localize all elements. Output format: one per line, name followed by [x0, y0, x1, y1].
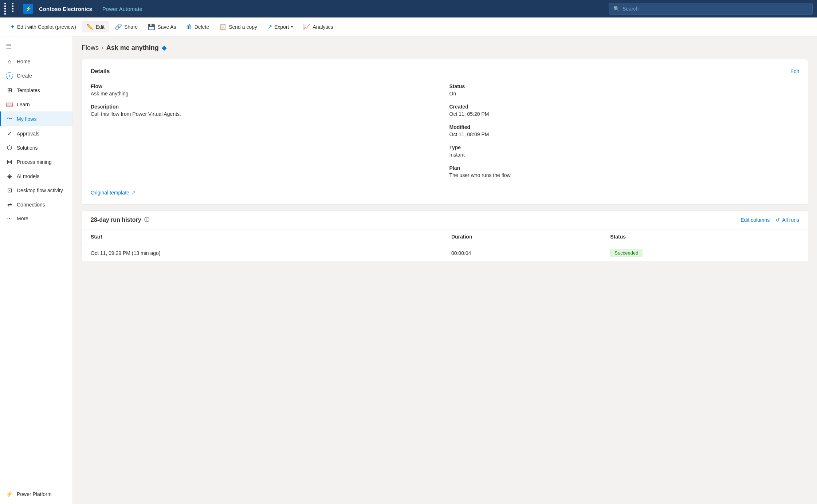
- share-button[interactable]: 🔗 Share: [110, 21, 142, 32]
- edit-icon: ✏️: [86, 23, 94, 30]
- all-runs-button[interactable]: ↺ All runs: [775, 217, 799, 223]
- send-copy-label: Send a copy: [229, 24, 257, 30]
- status-value: On: [449, 91, 800, 97]
- sidebar-item-connections[interactable]: ⇌ Connections: [0, 197, 72, 212]
- sidebar-item-more[interactable]: ··· More: [0, 212, 72, 225]
- run-history-card: 28-day run history ⓘ Edit columns ↺ All …: [82, 210, 808, 262]
- sidebar-item-approvals[interactable]: ✓ Approvals: [0, 126, 72, 141]
- send-copy-button[interactable]: 📋 Send a copy: [215, 21, 262, 32]
- sidebar-item-create[interactable]: + Create: [0, 68, 72, 83]
- copilot-icon: ✦: [10, 23, 15, 30]
- ai-models-icon: ◈: [6, 173, 13, 180]
- process-mining-icon: ⋈: [6, 158, 13, 165]
- top-bar: ⚡ Contoso Electronics Power Automate 🔍: [0, 0, 817, 17]
- breadcrumb-current: Ask me anything: [106, 44, 159, 52]
- power-platform-icon: ⚡: [6, 491, 13, 497]
- sidebar-bottom: ⚡ Power Platform: [0, 487, 72, 501]
- modified-field: Modified Oct 11, 08:09 PM: [449, 124, 800, 137]
- sidebar-power-platform-label: Power Platform: [17, 491, 52, 497]
- details-grid: Flow Ask me anything Description Call th…: [91, 83, 799, 178]
- sidebar-more-label: More: [17, 216, 28, 221]
- export-button[interactable]: ↗ Export ▾: [263, 21, 297, 32]
- edit-button[interactable]: ✏️ Edit: [82, 21, 109, 32]
- sidebar-solutions-label: Solutions: [17, 145, 38, 151]
- app-grid-icon[interactable]: [4, 3, 19, 15]
- sidebar-item-templates[interactable]: ⊞ Templates: [0, 83, 72, 97]
- templates-icon: ⊞: [6, 87, 13, 94]
- sidebar-home-label: Home: [17, 59, 30, 64]
- sidebar-item-learn[interactable]: 📖 Learn: [0, 97, 72, 111]
- company-name: Contoso Electronics: [39, 6, 92, 12]
- sidebar-item-ai-models[interactable]: ◈ AI models: [0, 169, 72, 183]
- command-bar: ✦ Edit with Copilot (preview) ✏️ Edit 🔗 …: [0, 17, 817, 36]
- breadcrumb-flows[interactable]: Flows: [82, 44, 99, 52]
- app-name: Power Automate: [102, 6, 142, 12]
- sidebar-learn-label: Learn: [17, 102, 30, 107]
- info-icon[interactable]: ⓘ: [144, 217, 149, 223]
- description-field: Description Call this flow from Power Vi…: [91, 104, 441, 117]
- sidebar-my-flows-label: My flows: [17, 116, 36, 122]
- sidebar-item-my-flows[interactable]: 〜 My flows: [0, 111, 72, 126]
- sidebar-item-solutions[interactable]: ⬡ Solutions: [0, 141, 72, 155]
- hamburger-icon: ☰: [6, 43, 12, 50]
- run-table-body: Oct 11, 09:29 PM (13 min ago) 00:00:04 S…: [82, 244, 808, 262]
- modified-value: Oct 11, 08:09 PM: [449, 131, 800, 137]
- details-title: Details: [91, 68, 110, 75]
- sidebar-ai-models-label: AI models: [17, 173, 39, 179]
- sidebar-item-home[interactable]: ⌂ Home: [0, 55, 72, 68]
- main-layout: ☰ ⌂ Home + Create ⊞ Templates 📖 Learn 〜 …: [0, 36, 817, 504]
- status-field: Status On: [449, 83, 800, 97]
- delete-label: Delete: [195, 24, 209, 30]
- sidebar-item-process-mining[interactable]: ⋈ Process mining: [0, 155, 72, 169]
- run-history-table: Start Duration Status Oct 11, 09:29 PM (…: [82, 229, 808, 262]
- sidebar-toggle[interactable]: ☰: [0, 39, 72, 53]
- original-template-link[interactable]: Original template ↗: [91, 190, 799, 196]
- original-template-label: Original template: [91, 190, 129, 196]
- run-duration: 00:00:04: [443, 244, 601, 262]
- search-bar[interactable]: 🔍: [609, 3, 813, 15]
- sidebar-connections-label: Connections: [17, 202, 45, 208]
- share-label: Share: [124, 24, 138, 30]
- external-link-icon: ↗: [131, 190, 136, 196]
- sidebar-item-power-platform[interactable]: ⚡ Power Platform: [0, 487, 72, 501]
- plan-value: The user who runs the flow: [449, 172, 800, 178]
- approvals-icon: ✓: [6, 130, 13, 137]
- delete-icon: 🗑: [186, 24, 192, 30]
- save-as-button[interactable]: 💾 Save As: [144, 21, 180, 32]
- description-value: Call this flow from Power Virtual Agents…: [91, 111, 441, 117]
- created-field: Created Oct 11, 05:20 PM: [449, 104, 800, 117]
- details-header: Details Edit: [91, 68, 799, 75]
- edit-copilot-button[interactable]: ✦ Edit with Copilot (preview): [6, 21, 80, 32]
- details-edit-link[interactable]: Edit: [790, 68, 799, 74]
- modified-label: Modified: [449, 124, 800, 130]
- save-as-icon: 💾: [148, 23, 155, 30]
- type-field: Type Instant: [449, 145, 800, 158]
- all-runs-label: All runs: [782, 217, 799, 223]
- content-area: Flows › Ask me anything ◆ Details Edit F…: [73, 36, 817, 504]
- run-table-head: Start Duration Status: [82, 229, 808, 244]
- create-icon: +: [6, 72, 13, 79]
- sidebar-approvals-label: Approvals: [17, 131, 39, 137]
- more-icon: ···: [6, 215, 13, 222]
- desktop-flow-icon: ⊡: [6, 187, 13, 194]
- sidebar-process-mining-label: Process mining: [17, 159, 52, 165]
- flow-field: Flow Ask me anything: [91, 83, 441, 97]
- run-history-header: 28-day run history ⓘ Edit columns ↺ All …: [82, 211, 808, 229]
- type-value: Instant: [449, 152, 800, 158]
- created-label: Created: [449, 104, 800, 110]
- breadcrumb-separator: ›: [102, 45, 103, 51]
- table-row[interactable]: Oct 11, 09:29 PM (13 min ago) 00:00:04 S…: [82, 244, 808, 262]
- home-icon: ⌂: [6, 58, 13, 65]
- sidebar-item-desktop-flow[interactable]: ⊡ Desktop flow activity: [0, 183, 72, 197]
- plan-field: Plan The user who runs the flow: [449, 165, 800, 178]
- col-start: Start: [82, 229, 443, 244]
- run-history-title-text: 28-day run history: [91, 217, 141, 223]
- edit-columns-link[interactable]: Edit columns: [741, 217, 770, 223]
- my-flows-icon: 〜: [6, 115, 13, 123]
- status-badge: Succeeded: [610, 249, 643, 257]
- search-input[interactable]: [622, 6, 808, 12]
- analytics-button[interactable]: 📈 Analytics: [299, 21, 337, 32]
- delete-button[interactable]: 🗑 Delete: [182, 21, 213, 32]
- flow-label: Flow: [91, 83, 441, 89]
- flow-value: Ask me anything: [91, 91, 441, 97]
